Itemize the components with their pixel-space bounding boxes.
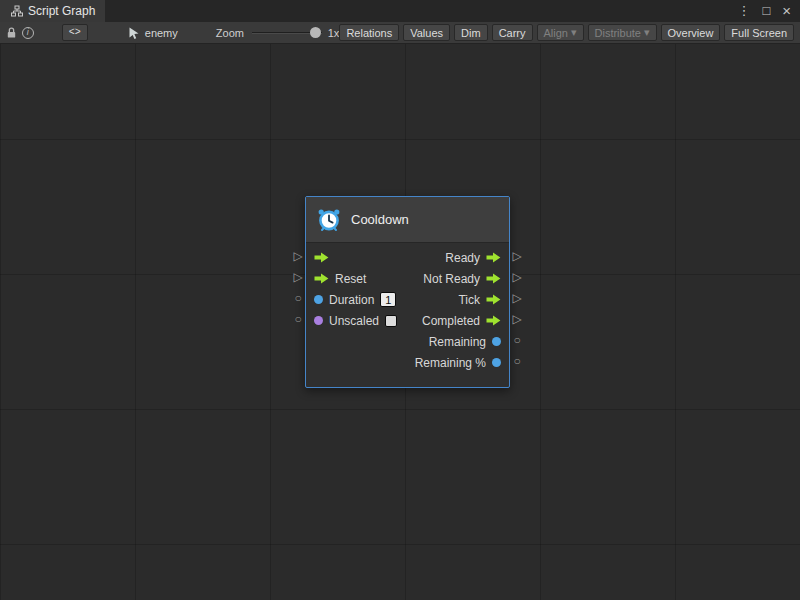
distribute-button: Distribute ▾ <box>588 24 657 41</box>
zoom-slider-handle[interactable] <box>310 27 321 38</box>
output-label: Completed <box>422 314 480 328</box>
value-port-dot <box>314 295 323 304</box>
input-ports-column: ▷ ▷ ○ ○ <box>291 246 305 330</box>
code-view-button[interactable]: <> <box>62 24 88 41</box>
tab-strip: Script Graph ⋮ □ × <box>0 0 800 22</box>
input-label: Unscaled <box>329 314 379 328</box>
node-row: Remaining <box>306 331 509 352</box>
node-row: Ready <box>306 247 509 268</box>
node-row: Unscaled Completed <box>306 310 509 331</box>
carry-button[interactable]: Carry <box>492 24 533 41</box>
zoom-label: Zoom <box>216 27 244 39</box>
output-label: Remaining % <box>415 356 486 370</box>
port-remaining-percent[interactable]: ○ <box>510 351 524 372</box>
alarm-clock-icon <box>316 207 342 233</box>
maximize-icon[interactable]: □ <box>762 0 770 22</box>
align-button: Align ▾ <box>537 24 584 41</box>
value-port-dot <box>314 316 323 325</box>
input-label: Duration <box>329 293 374 307</box>
port-completed[interactable]: ▷ <box>510 309 524 330</box>
zoom-value: 1x <box>328 27 340 39</box>
window-controls: ⋮ □ × <box>737 0 800 22</box>
port-duration[interactable]: ○ <box>291 288 305 309</box>
dim-button[interactable]: Dim <box>454 24 488 41</box>
node-body: Ready Reset Not Ready <box>306 243 509 387</box>
tab-script-graph[interactable]: Script Graph <box>0 0 105 22</box>
flow-arrow-icon <box>314 252 329 263</box>
full-screen-button[interactable]: Full Screen <box>724 24 794 41</box>
flow-arrow-icon <box>314 273 329 284</box>
overview-button[interactable]: Overview <box>661 24 721 41</box>
flow-arrow-icon <box>486 273 501 284</box>
port-remaining[interactable]: ○ <box>510 330 524 351</box>
code-icon: <> <box>69 27 81 38</box>
flow-arrow-icon <box>486 294 501 305</box>
graph-pointer-icon <box>128 24 141 42</box>
cooldown-node[interactable]: Cooldown Ready <box>305 196 510 388</box>
graph-name-label: enemy <box>145 27 178 39</box>
value-port-dot <box>492 337 501 346</box>
zoom-slider[interactable] <box>252 26 322 40</box>
unscaled-checkbox[interactable] <box>385 315 397 327</box>
tab-title: Script Graph <box>28 4 95 18</box>
duration-input[interactable] <box>380 292 396 307</box>
relations-button[interactable]: Relations <box>339 24 399 41</box>
output-ports-column: ▷ ▷ ▷ ▷ ○ ○ <box>510 246 524 372</box>
output-label: Ready <box>445 251 480 265</box>
graph-breadcrumb[interactable]: enemy <box>128 24 178 42</box>
distribute-dropdown-icon: ▾ <box>644 26 650 39</box>
port-ready[interactable]: ▷ <box>510 246 524 267</box>
graph-canvas[interactable]: ▷ ▷ ○ ○ Cooldown <box>0 44 800 600</box>
value-port-dot <box>492 358 501 367</box>
close-icon[interactable]: × <box>782 0 791 22</box>
port-tick[interactable]: ▷ <box>510 288 524 309</box>
node-row: Reset Not Ready <box>306 268 509 289</box>
info-icon[interactable]: i <box>20 24 36 42</box>
port-unscaled[interactable]: ○ <box>291 309 305 330</box>
flow-arrow-icon <box>486 315 501 326</box>
lock-icon[interactable] <box>4 24 20 42</box>
toolbar-button-group: Relations Values Dim Carry Align ▾ Distr… <box>339 24 796 41</box>
node-header[interactable]: Cooldown <box>306 197 509 243</box>
align-dropdown-icon: ▾ <box>571 26 577 39</box>
menu-icon[interactable]: ⋮ <box>737 0 750 22</box>
node-row: Remaining % <box>306 352 509 373</box>
output-label: Tick <box>458 293 480 307</box>
port-enter[interactable]: ▷ <box>291 246 305 267</box>
script-graph-icon <box>10 5 23 18</box>
output-label: Remaining <box>429 335 486 349</box>
port-reset[interactable]: ▷ <box>291 267 305 288</box>
node-title: Cooldown <box>351 212 409 227</box>
output-label: Not Ready <box>423 272 480 286</box>
values-button[interactable]: Values <box>403 24 450 41</box>
cooldown-node-wrapper: ▷ ▷ ○ ○ Cooldown <box>291 196 524 388</box>
flow-arrow-icon <box>486 252 501 263</box>
input-label: Reset <box>335 272 366 286</box>
port-not-ready[interactable]: ▷ <box>510 267 524 288</box>
graph-toolbar: i <> enemy Zoom 1x Relations Values Dim … <box>0 22 800 44</box>
node-row: Duration Tick <box>306 289 509 310</box>
